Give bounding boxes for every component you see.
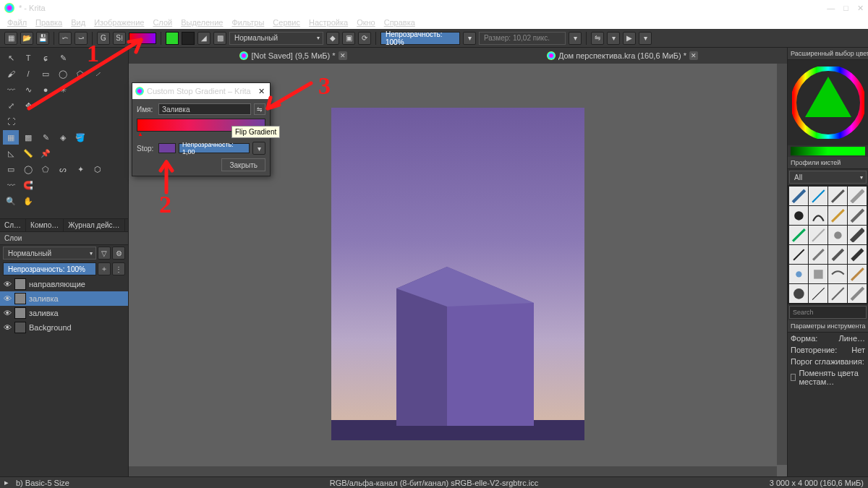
shape-value[interactable]: Лине… bbox=[838, 334, 865, 343]
close-tab-icon[interactable]: ✕ bbox=[339, 51, 347, 60]
mirror-h-icon[interactable]: ⇋ bbox=[591, 32, 604, 45]
pattern-icon[interactable]: ▩ bbox=[213, 32, 226, 45]
toolbar-size-slider[interactable]: Размер: 10,02 пикс. bbox=[479, 32, 566, 45]
brush-preset[interactable] bbox=[848, 265, 867, 283]
redo-icon[interactable]: ⤻ bbox=[75, 32, 88, 45]
brush-preset[interactable] bbox=[828, 265, 847, 283]
brush-preset[interactable] bbox=[809, 284, 827, 303]
text-tool-icon[interactable]: T bbox=[20, 51, 36, 65]
menu-help[interactable]: Справка bbox=[381, 17, 418, 27]
layer-row[interactable]: 👁заливка bbox=[0, 306, 128, 320]
chevron-right-icon[interactable]: ▸ bbox=[4, 478, 9, 487]
brush-preset[interactable] bbox=[789, 206, 808, 225]
gradient-letter-icon[interactable]: G bbox=[97, 32, 110, 45]
rect-tool-icon[interactable]: ▭ bbox=[38, 67, 54, 81]
menu-layer[interactable]: Слой bbox=[150, 17, 175, 27]
move-layer-tool-icon[interactable]: ✥ bbox=[20, 98, 36, 113]
document-tab[interactable]: [Not Saved] (9,5 МиБ) * ✕ bbox=[129, 48, 458, 64]
brush-preset[interactable] bbox=[809, 226, 827, 244]
vertical-scrollbar[interactable] bbox=[777, 64, 787, 465]
polygon-select-tool-icon[interactable]: ⬠ bbox=[38, 162, 54, 176]
window-min-button[interactable]: — bbox=[827, 4, 835, 13]
gradient-name-input[interactable]: Заливка bbox=[158, 103, 251, 115]
mirror-h-menu-icon[interactable]: ▾ bbox=[607, 32, 620, 45]
gradient-tool-icon[interactable]: ▦ bbox=[3, 130, 19, 145]
tab-layers[interactable]: Сл… bbox=[0, 219, 26, 231]
opacity-chevron-icon[interactable]: ▾ bbox=[463, 32, 476, 45]
stroke-edit-icon[interactable]: S⁞ bbox=[113, 32, 126, 45]
magnetic-select-tool-icon[interactable]: 🧲 bbox=[20, 178, 36, 192]
brush-preset[interactable] bbox=[789, 284, 808, 303]
new-file-icon[interactable]: ▦ bbox=[4, 32, 17, 45]
ellipse-tool-icon[interactable]: ◯ bbox=[55, 67, 71, 81]
smart-fill-tool-icon[interactable]: ◈ bbox=[55, 130, 71, 145]
reference-tool-icon[interactable]: 📌 bbox=[38, 146, 54, 160]
open-file-icon[interactable]: 📂 bbox=[20, 32, 33, 45]
brush-preset[interactable] bbox=[789, 187, 808, 205]
line-tool-icon[interactable]: / bbox=[20, 67, 36, 81]
brush-preset[interactable] bbox=[809, 187, 827, 205]
mirror-v-menu-icon[interactable]: ▾ bbox=[639, 32, 652, 45]
dialog-close-icon[interactable]: ✕ bbox=[255, 87, 267, 96]
stop-opacity-chevron-icon[interactable]: ▾ bbox=[252, 142, 265, 155]
blend-mode-dropdown[interactable]: Нормальный bbox=[229, 32, 323, 45]
brush-preset[interactable] bbox=[789, 265, 808, 283]
dialog-close-button[interactable]: Закрыть bbox=[221, 158, 265, 171]
eraser-mode-icon[interactable]: ◆ bbox=[326, 32, 339, 45]
window-max-button[interactable]: □ bbox=[843, 4, 848, 13]
gradient-stop-marker[interactable]: ▲ bbox=[137, 131, 143, 137]
dialog-titlebar[interactable]: Custom Stop Gradient – Krita ✕ bbox=[132, 83, 270, 99]
swap-colors-checkbox[interactable] bbox=[791, 374, 796, 381]
menu-window[interactable]: Окно bbox=[354, 17, 378, 27]
measure-tool-icon[interactable]: 📏 bbox=[20, 146, 36, 160]
brush-preset[interactable] bbox=[809, 206, 827, 225]
mirror-v-icon[interactable]: ▶ bbox=[623, 32, 636, 45]
polygon-tool-icon[interactable]: ⬠ bbox=[72, 67, 88, 81]
undo-icon[interactable]: ⤺ bbox=[59, 32, 72, 45]
tab-compositions[interactable]: Компо… bbox=[26, 219, 64, 231]
color-picker-tool-icon[interactable]: ✎ bbox=[38, 130, 54, 145]
brush-tool-icon[interactable]: 🖌 bbox=[3, 67, 19, 81]
layer-menu-icon[interactable]: ⋮ bbox=[112, 262, 125, 275]
brush-preset-icon[interactable]: ◢ bbox=[197, 32, 210, 45]
menu-filters[interactable]: Фильтры bbox=[229, 17, 267, 27]
multibrush-tool-icon[interactable]: ✳ bbox=[55, 82, 71, 97]
freehand-path-tool-icon[interactable]: ∿ bbox=[20, 82, 36, 97]
brush-preset[interactable] bbox=[828, 284, 847, 303]
freehand-select-tool-icon[interactable]: ᔕ bbox=[55, 162, 71, 176]
menu-edit[interactable]: Правка bbox=[33, 17, 65, 27]
document-tab[interactable]: Дом перспектива.kra (160,6 МиБ) * ✕ bbox=[458, 48, 787, 64]
move-tool-icon[interactable]: ↖ bbox=[3, 51, 19, 65]
layer-row[interactable]: 👁направляющие bbox=[0, 277, 128, 291]
size-chevron-icon[interactable]: ▾ bbox=[569, 32, 582, 45]
brush-preset[interactable] bbox=[789, 245, 808, 264]
brush-preset[interactable] bbox=[789, 226, 808, 244]
stop-opacity-slider[interactable]: Непрозрачность: 1,00 bbox=[179, 143, 250, 153]
brush-preset[interactable] bbox=[828, 226, 847, 244]
stop-color-swatch[interactable] bbox=[158, 143, 176, 153]
brush-search-input[interactable]: Search bbox=[789, 306, 867, 319]
horizontal-scrollbar[interactable] bbox=[129, 466, 777, 476]
menu-settings[interactable]: Настройка bbox=[306, 17, 351, 27]
visibility-icon[interactable]: 👁 bbox=[3, 323, 12, 332]
crop-tool-icon[interactable]: ⛶ bbox=[3, 114, 19, 129]
menu-file[interactable]: Файл bbox=[4, 17, 30, 27]
reload-preset-icon[interactable]: ⟳ bbox=[358, 32, 371, 45]
brush-preset[interactable] bbox=[848, 226, 867, 244]
visibility-icon[interactable]: 👁 bbox=[3, 294, 12, 303]
transform-tool-icon[interactable]: ⤢ bbox=[3, 98, 19, 113]
brush-preset[interactable] bbox=[809, 245, 827, 264]
dyna-tool-icon[interactable]: ● bbox=[38, 82, 54, 97]
polyline-tool-icon[interactable]: ⟋ bbox=[90, 67, 106, 81]
foreground-color-swatch[interactable] bbox=[166, 32, 179, 45]
pan-tool-icon[interactable]: ✋ bbox=[20, 194, 36, 208]
brush-preset[interactable] bbox=[828, 187, 847, 205]
brush-filter-dropdown[interactable]: All bbox=[789, 171, 867, 184]
bezier-tool-icon[interactable]: 〰 bbox=[3, 82, 19, 97]
brush-preset[interactable] bbox=[828, 206, 847, 225]
repeat-value[interactable]: Нет bbox=[851, 346, 865, 354]
brush-preset[interactable] bbox=[848, 187, 867, 205]
color-slider[interactable] bbox=[791, 147, 865, 155]
background-color-swatch[interactable] bbox=[182, 32, 195, 45]
layer-filter-icon[interactable]: ▽ bbox=[98, 247, 111, 260]
